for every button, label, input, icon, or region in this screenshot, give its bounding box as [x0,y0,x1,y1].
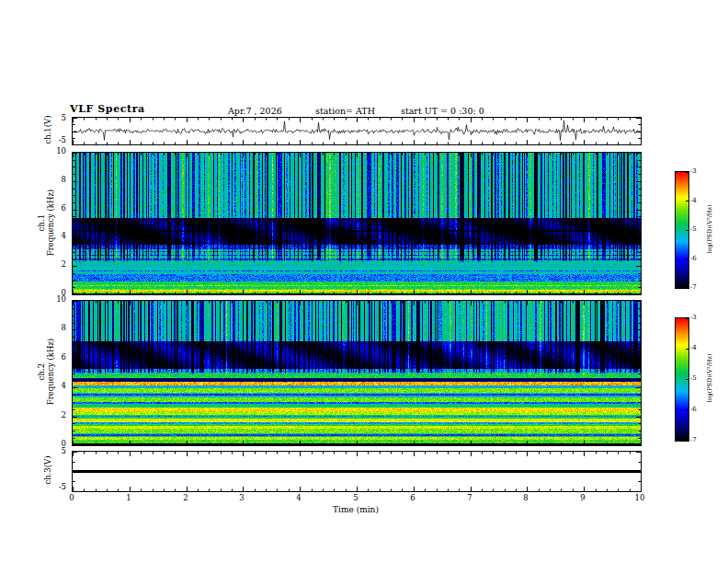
ch3-wave-ymin: -5 [40,482,66,491]
spec2-ytick: 10 [40,294,66,304]
cbar1-label: log(PSD)(V²/Hz) [706,205,713,254]
cbar2-tick: -3 [690,314,697,321]
cbar2-tick: -4 [690,344,697,351]
ch1-spectrogram [72,152,642,295]
xtick: 4 [296,493,301,502]
ch1-waveform-plot [72,117,642,145]
cbar1-tick: -6 [690,255,697,262]
cbar1-tick: -5 [690,225,697,233]
spec2-ytick: 0 [40,439,66,448]
ch1-wave-ymax: 5 [40,113,66,122]
xtick: 6 [410,493,415,502]
xtick: 1 [126,493,131,502]
xtick: 9 [580,493,585,502]
ch1-wave-ymin: -5 [40,135,66,144]
ch3-waveform-plot [72,451,642,492]
xtick: 0 [69,493,74,502]
xtick: 7 [467,493,472,502]
xtick: 3 [239,493,244,502]
spec2-ytick: 8 [40,323,66,332]
spec1-ytick: 8 [40,175,66,184]
spec2-ytick: 6 [40,352,66,362]
xtick: 8 [523,493,528,502]
spec1-ytick: 4 [40,231,66,240]
ch1-spec-ylabel: ch.1 Frequency (kHz) [37,190,55,256]
vlf-spectra-figure: VLF Spectra Apr.7 , 2026 station= ATH st… [0,0,728,563]
xaxis-title: Time (min) [333,505,379,514]
cbar2-tick: -5 [690,374,697,382]
ch3-wave-ylabel: ch.3(V) [43,455,52,484]
spec1-ytick: 10 [40,146,66,155]
xtick: 5 [353,493,358,502]
ch2-spectrogram [72,300,642,446]
date-label: Apr.7 , 2026 [228,106,282,116]
cbar1-tick: -3 [690,167,697,175]
spec1-ytick: 2 [40,259,66,269]
ch1-spec-channel: ch.1 [37,190,46,256]
xtick: 2 [183,493,188,502]
colorbar-2 [675,317,689,442]
page-title: VLF Spectra [70,104,145,114]
cbar2-label: log(PSD)(V²/Hz) [706,354,713,403]
start-ut-label: start UT = 0 :30: 0 [401,106,484,116]
xtick: 10 [635,493,645,502]
station-label: station= ATH [315,106,375,116]
ch2-spec-ylabel: ch.2 Frequency (kHz) [37,339,55,405]
spec2-ytick: 4 [40,381,66,390]
ch2-spec-axis: Frequency (kHz) [46,339,55,405]
ch2-spec-channel: ch.2 [37,339,46,405]
cbar2-tick: -6 [690,406,697,413]
cbar1-tick: -4 [690,197,697,204]
spec1-ytick: 6 [40,203,66,213]
cbar2-tick: -7 [690,436,697,443]
ch1-spec-axis: Frequency (kHz) [46,190,55,256]
cbar1-tick: -7 [690,283,697,291]
spec2-ytick: 2 [40,410,66,419]
colorbar-1 [675,171,689,289]
